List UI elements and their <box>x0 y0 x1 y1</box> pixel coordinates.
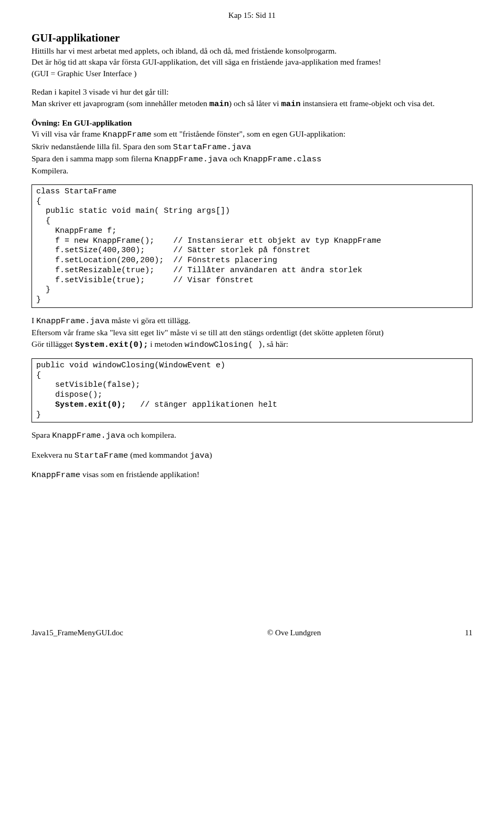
text: Man skriver ett javaprogram (som innehål… <box>32 99 209 108</box>
exercise-line3: Spara den i samma mapp som filerna Knapp… <box>32 153 472 164</box>
code-inline: main <box>281 99 300 109</box>
text: ) <box>209 450 212 459</box>
save-line: Spara KnappFrame.java och kompilera. <box>32 430 472 441</box>
text: i metoden <box>148 339 184 348</box>
intro-line1: Hittills har vi mest arbetat med applets… <box>32 46 472 56</box>
exercise-line1: Vi vill visa vår frame KnappFrame som et… <box>32 129 472 140</box>
code-inline: KnappFrame.java <box>52 431 125 440</box>
recap-line1: Redan i kapitel 3 visade vi hur det går … <box>32 87 472 97</box>
page-header: Kap 15: Sid 11 <box>32 11 472 20</box>
code-text-bold: System.exit(0); <box>55 400 126 409</box>
code-inline: KnappFrame <box>103 130 152 139</box>
intro-line3: (GUI = Graphic User Interface ) <box>32 68 472 78</box>
text: och kompilera. <box>125 430 176 439</box>
page-footer: Java15_FrameMenyGUI.doc © Ove Lundgren 1… <box>32 628 472 638</box>
text: Skriv nedanstående lilla fil. Spara den … <box>32 142 173 151</box>
code-block-1: class StartaFrame { public static void m… <box>32 184 472 308</box>
text: Spara <box>32 430 52 439</box>
text: Exekvera nu <box>32 450 75 459</box>
text: ) och så låter vi <box>229 99 281 108</box>
text: måste vi göra ett tillägg. <box>110 316 191 325</box>
followup-line2: Eftersom vår frame ska "leva sitt eget l… <box>32 327 472 337</box>
text: (med kommandot <box>128 450 190 459</box>
text: och <box>227 154 243 163</box>
footer-right: 11 <box>465 628 472 638</box>
code-inline: KnappFrame.class <box>243 154 321 164</box>
code-block-2: public void windowClosing(WindowEvent e)… <box>32 358 472 423</box>
followup-line1: I KnappFrame.java måste vi göra ett till… <box>32 315 472 326</box>
intro-paragraph: Hittills har vi mest arbetat med applets… <box>32 46 472 78</box>
text: Spara den i samma mapp som filerna <box>32 154 154 163</box>
recap-paragraph: Redan i kapitel 3 visade vi hur det går … <box>32 87 472 109</box>
exercise-heading: Övning: En GUI-applikation <box>32 118 132 127</box>
exercise-line4: Kompilera. <box>32 166 472 176</box>
section-title: GUI-applikationer <box>32 31 472 45</box>
text: I <box>32 316 36 325</box>
footer-left: Java15_FrameMenyGUI.doc <box>32 628 123 638</box>
code-inline: StartaFrame <box>75 451 128 460</box>
text: visas som en fristående applikation! <box>80 470 200 479</box>
code-inline: KnappFrame <box>32 470 80 480</box>
text: som ett "fristående fönster", som en ege… <box>152 129 346 138</box>
code-inline: KnappFrame.java <box>154 154 228 164</box>
result-line: KnappFrame visas som en fristående appli… <box>32 469 472 480</box>
code-inline: main <box>209 99 229 109</box>
exercise-line2: Skriv nedanstående lilla fil. Spara den … <box>32 141 472 152</box>
code-inline: java <box>190 451 209 460</box>
code-inline: KnappFrame.java <box>36 316 110 326</box>
text: instansiera ett frame-objekt och visa de… <box>301 99 435 108</box>
footer-center: © Ove Lundgren <box>267 628 321 638</box>
exercise-block: Övning: En GUI-applikation Vi vill visa … <box>32 118 472 176</box>
execute-line: Exekvera nu StartaFrame (med kommandot j… <box>32 450 472 461</box>
text: Vi vill visa vår frame <box>32 129 103 138</box>
code-inline: System.exit(0); <box>75 340 149 349</box>
code-inline: windowClosing( ) <box>185 340 263 349</box>
intro-line2: Det är hög tid att skapa vår första GUI-… <box>32 57 472 67</box>
text: , så här: <box>262 339 288 348</box>
followup-line3: Gör tillägget System.exit(0); i metoden … <box>32 339 472 350</box>
followup-block: I KnappFrame.java måste vi göra ett till… <box>32 315 472 350</box>
code-inline: StartaFrame.java <box>173 142 251 152</box>
recap-line2: Man skriver ett javaprogram (som innehål… <box>32 98 472 109</box>
text: Gör tillägget <box>32 339 75 348</box>
